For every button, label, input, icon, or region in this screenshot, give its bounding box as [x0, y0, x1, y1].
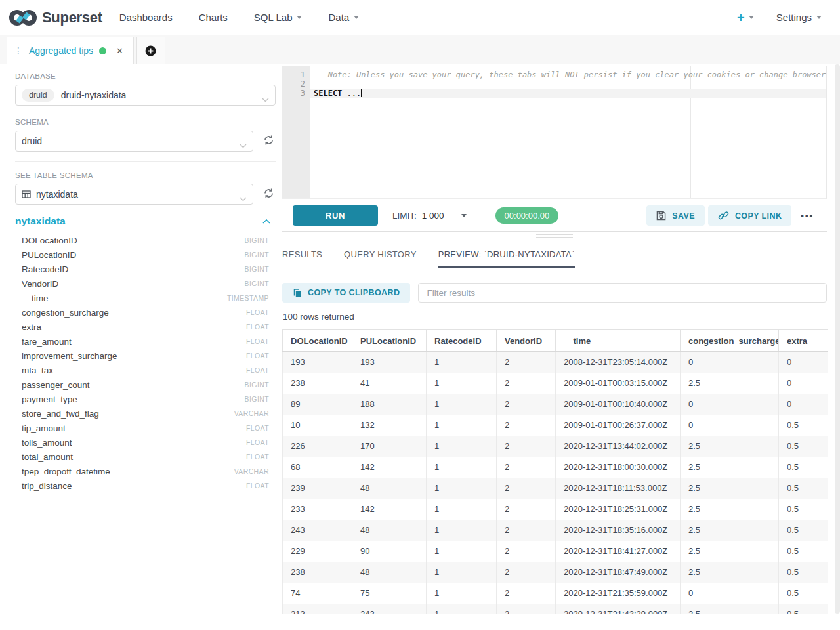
table-cell: 0 [681, 352, 779, 373]
sql-lab-page: Superset DashboardsChartsSQL LabData + S… [0, 0, 840, 630]
schema-column-row[interactable]: PULocationIDBIGINT [15, 247, 276, 262]
superset-logo[interactable]: Superset [8, 8, 102, 28]
column-name: VendorID [22, 279, 58, 289]
chevron-down-icon [354, 16, 359, 19]
table-cell: 1 [427, 499, 497, 520]
column-name: tolls_amount [22, 438, 72, 448]
grid-header-__time[interactable]: __time [556, 330, 681, 352]
schema-column-row[interactable]: store_and_fwd_flagVARCHAR [15, 406, 276, 421]
nav-item-label: Data [328, 12, 349, 23]
grid-header-dolocationid[interactable]: DOLocationID [283, 330, 352, 352]
grid-header-extra[interactable]: extra [779, 330, 828, 352]
chevron-down-icon [297, 16, 302, 19]
column-name: __time [22, 293, 49, 303]
schema-column-row[interactable]: trip_distanceFLOAT [15, 478, 276, 493]
schema-column-row[interactable]: improvement_surchargeFLOAT [15, 348, 276, 363]
refresh-schemas-button[interactable] [261, 134, 276, 148]
table-cell: 2 [497, 457, 556, 478]
table-icon [22, 190, 31, 199]
nav-item-sql-lab[interactable]: SQL Lab [254, 12, 303, 23]
table-cell: 229 [283, 541, 352, 562]
table-cell: 2 [497, 499, 556, 520]
schema-column-row[interactable]: VendorIDBIGINT [15, 276, 276, 291]
tab-aggregated-tips[interactable]: ⋮ Aggregated tips ✕ [7, 37, 134, 64]
save-query-button[interactable]: SAVE [646, 205, 705, 226]
close-tab-icon[interactable]: ✕ [116, 46, 123, 56]
database-select[interactable]: druid druid-nytaxidata [15, 85, 276, 106]
schema-column-row[interactable]: total_amountFLOAT [15, 450, 276, 464]
grid-header-row: DOLocationIDPULocationIDRatecodeIDVendor… [283, 330, 828, 352]
results-grid: DOLocationIDPULocationIDRatecodeIDVendor… [282, 329, 828, 614]
table-cell: 170 [352, 436, 427, 457]
table-cell: 68 [283, 457, 352, 478]
schema-column-row[interactable]: tpep_dropoff_datetimeVARCHAR [15, 464, 276, 478]
column-type: FLOAT [246, 366, 269, 374]
save-label: SAVE [672, 211, 695, 220]
results-tab-results[interactable]: RESULTS [282, 240, 322, 268]
run-query-button[interactable]: RUN [293, 205, 378, 226]
sql-code-editor[interactable]: 123 -- Note: Unless you save your query,… [282, 66, 827, 199]
results-tab-query-history[interactable]: QUERY HISTORY [344, 240, 417, 268]
grid-header-pulocationid[interactable]: PULocationID [352, 330, 427, 352]
grid-header-congestion_surcharge[interactable]: congestion_surcharge [681, 330, 779, 352]
schema-column-row[interactable]: mta_taxFLOAT [15, 363, 276, 377]
filter-results-input[interactable] [418, 283, 827, 303]
limit-value: 1 000 [422, 211, 444, 220]
nav-item-dashboards[interactable]: Dashboards [119, 12, 173, 23]
schema-column-row[interactable]: passenger_countBIGINT [15, 377, 276, 392]
table-schema-header[interactable]: nytaxidata [15, 215, 276, 227]
column-type: BIGINT [245, 251, 269, 259]
new-item-menu[interactable]: + [737, 11, 754, 24]
column-type: FLOAT [246, 424, 269, 432]
column-name: tpep_dropoff_datetime [22, 467, 110, 476]
table-cell: 0.5 [779, 604, 828, 614]
schema-select[interactable]: druid [15, 131, 253, 152]
copy-link-button[interactable]: COPY LINK [708, 205, 791, 226]
settings-menu[interactable]: Settings [776, 12, 822, 23]
query-tab-label: Aggregated tips [29, 45, 93, 56]
grid-header-vendorid[interactable]: VendorID [497, 330, 556, 352]
copy-to-clipboard-label: COPY TO CLIPBOARD [308, 288, 400, 297]
nav-item-label: Charts [199, 12, 228, 23]
table-cell: 142 [352, 499, 427, 520]
column-type: BIGINT [245, 265, 269, 273]
table-cell: 2020-12-31T13:44:02.000Z [556, 436, 681, 457]
line-number: 3 [282, 89, 310, 98]
schema-column-row[interactable]: DOLocationIDBIGINT [15, 233, 276, 247]
editor-code-area[interactable]: -- Note: Unless you save your query, the… [310, 66, 826, 198]
more-actions-button[interactable]: ••• [801, 211, 814, 220]
schema-column-row[interactable]: __timeTIMESTAMP [15, 291, 276, 305]
drag-handle-icon[interactable]: ⋮ [14, 46, 23, 55]
column-type: BIGINT [245, 381, 269, 388]
table-select[interactable]: nytaxidata [15, 184, 253, 205]
results-tab-preview-druid-nytaxidata[interactable]: PREVIEW: `DRUID-NYTAXIDATA` [438, 240, 575, 268]
schema-column-row[interactable]: fare_amountFLOAT [15, 334, 276, 348]
table-cell: 0.5 [779, 583, 828, 604]
plus-icon: + [737, 11, 745, 24]
refresh-tables-button[interactable] [261, 187, 276, 201]
table-cell: 193 [283, 352, 352, 373]
schema-column-row[interactable]: tip_amountFLOAT [15, 421, 276, 435]
limit-dropdown[interactable]: LIMIT: 1 000 [392, 211, 467, 220]
resize-handle[interactable] [536, 234, 573, 240]
nav-item-data[interactable]: Data [328, 12, 359, 23]
grid-header-ratecodeid[interactable]: RatecodeID [427, 330, 497, 352]
schema-column-row[interactable]: extraFLOAT [15, 320, 276, 334]
limit-label: LIMIT: [392, 211, 417, 220]
table-cell: 90 [352, 541, 427, 562]
table-cell: 2.5 [681, 541, 779, 562]
column-name: extra [22, 322, 41, 332]
new-tab-button[interactable] [136, 37, 165, 64]
nav-item-charts[interactable]: Charts [199, 12, 228, 23]
table-cell: 2020-12-31T18:47:49.000Z [556, 562, 681, 583]
table-cell: 193 [352, 352, 427, 373]
schema-column-row[interactable]: payment_typeBIGINT [15, 392, 276, 406]
table-cell: 213 [283, 604, 352, 614]
column-type: BIGINT [245, 395, 269, 403]
table-cell: 2020-12-31T21:35:59.000Z [556, 583, 681, 604]
schema-column-row[interactable]: congestion_surchargeFLOAT [15, 305, 276, 320]
schema-column-row[interactable]: tolls_amountFLOAT [15, 435, 276, 450]
page-scrollbar[interactable] [835, 64, 840, 614]
schema-column-row[interactable]: RatecodeIDBIGINT [15, 262, 276, 276]
copy-to-clipboard-button[interactable]: COPY TO CLIPBOARD [282, 283, 410, 303]
